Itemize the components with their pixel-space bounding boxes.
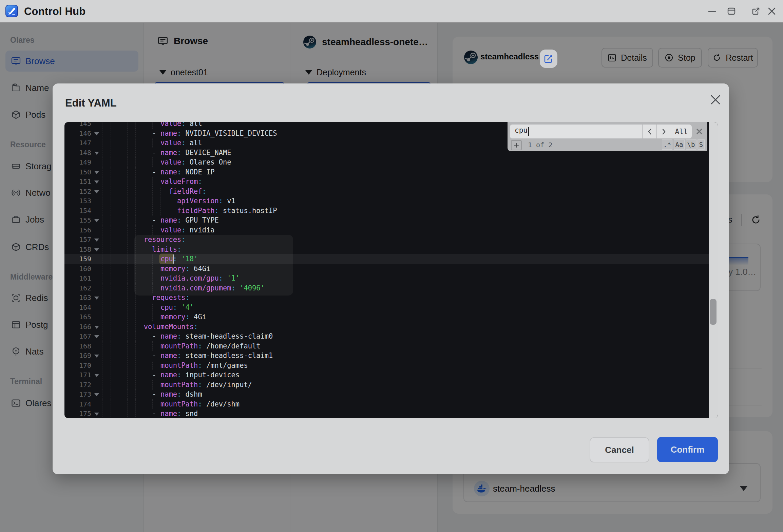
fold-arrow-icon[interactable]: [91, 177, 102, 187]
close-window-button[interactable]: [767, 7, 776, 16]
fold-arrow-icon[interactable]: [91, 293, 102, 303]
code-text: - name: steam-headless-claim0: [102, 331, 273, 341]
editor-line-154[interactable]: 154 fieldPath: status.hostIP: [64, 206, 709, 216]
line-number: 173: [64, 390, 91, 399]
editor-scrollbar-track[interactable]: [709, 122, 718, 418]
editor-line-160[interactable]: 160 memory: 64Gi: [64, 264, 709, 274]
editor-line-151[interactable]: 151 valueFrom:: [64, 177, 709, 187]
editor-line-156[interactable]: 156 value: nvidia: [64, 225, 709, 235]
fold-arrow-icon[interactable]: [91, 390, 102, 399]
find-selection-toggle[interactable]: S: [698, 139, 705, 150]
editor-line-149[interactable]: 149 value: Olares One: [64, 157, 709, 167]
code-text: fieldRef:: [102, 187, 206, 196]
editor-line-159[interactable]: 159 cpu: '18': [64, 254, 709, 264]
line-number: 166: [64, 322, 91, 332]
find-input-caret: [528, 127, 529, 136]
confirm-button[interactable]: Confirm: [657, 437, 718, 462]
line-number: 171: [64, 370, 91, 380]
line-number: 147: [64, 138, 91, 148]
fold-arrow-icon[interactable]: [91, 235, 102, 245]
line-number: 150: [64, 167, 91, 177]
find-next-button[interactable]: [656, 125, 671, 138]
fold-arrow-icon[interactable]: [91, 245, 102, 254]
cancel-button[interactable]: Cancel: [590, 437, 649, 462]
editor-line-164[interactable]: 164 cpu: '4': [64, 303, 709, 312]
find-match-count: 1 of 2: [528, 141, 552, 149]
code-text: nvidia.com/gpumem: '4096': [102, 283, 265, 293]
line-number: 167: [64, 331, 91, 341]
line-number: 162: [64, 283, 91, 293]
editor-line-172[interactable]: 172 mountPath: /dev/input/: [64, 380, 709, 390]
editor-line-162[interactable]: 162 nvidia.com/gpumem: '4096': [64, 283, 709, 293]
code-text: - name: dshm: [102, 390, 202, 399]
line-number: 163: [64, 293, 91, 303]
line-number: 175: [64, 409, 91, 418]
fold-arrow-icon[interactable]: [91, 370, 102, 380]
fold-arrow-icon[interactable]: [91, 167, 102, 177]
find-close-icon[interactable]: [696, 128, 703, 135]
close-icon[interactable]: [709, 94, 722, 106]
editor-line-153[interactable]: 153 apiVersion: v1: [64, 196, 709, 206]
find-word-toggle[interactable]: \b: [686, 139, 696, 150]
code-text: resources:: [102, 235, 186, 245]
code-text: apiVersion: v1: [102, 196, 235, 206]
code-text: mountPath: /dev/shm: [102, 399, 240, 409]
editor-line-174[interactable]: 174 mountPath: /dev/shm: [64, 399, 709, 409]
code-text: value: all: [102, 138, 202, 148]
fold-arrow-icon[interactable]: [91, 129, 102, 138]
fold-gutter: [91, 361, 102, 370]
fold-arrow-icon[interactable]: [91, 148, 102, 158]
find-all-button[interactable]: All: [671, 125, 692, 138]
fold-gutter: [91, 399, 102, 409]
code-text: - name: steam-headless-claim1: [102, 351, 273, 361]
editor-line-167[interactable]: 167 - name: steam-headless-claim0: [64, 331, 709, 341]
line-number: 161: [64, 273, 91, 283]
editor-line-169[interactable]: 169 - name: steam-headless-claim1: [64, 351, 709, 361]
editor-line-152[interactable]: 152 fieldRef:: [64, 187, 709, 196]
line-number: 158: [64, 245, 91, 254]
editor-line-165[interactable]: 165 memory: 4Gi: [64, 312, 709, 322]
find-match-current: cpu: [160, 255, 173, 263]
editor-line-161[interactable]: 161 nvidia.com/gpu: '1': [64, 273, 709, 283]
find-add-button[interactable]: [511, 140, 522, 150]
fold-arrow-icon[interactable]: [91, 215, 102, 225]
yaml-editor[interactable]: 145 value: all146 - name: NVIDIA_VISIBLE…: [64, 122, 718, 418]
fold-arrow-icon[interactable]: [91, 331, 102, 341]
editor-line-170[interactable]: 170 mountPath: /mnt/games: [64, 361, 709, 370]
editor-line-175[interactable]: 175 - name: snd: [64, 409, 709, 418]
editor-line-150[interactable]: 150 - name: NODE_IP: [64, 167, 709, 177]
code-text: cpu: '4': [102, 303, 194, 312]
line-number: 165: [64, 312, 91, 322]
line-number: 146: [64, 129, 91, 138]
control-hub-window: OlaresBrowseNamePodsResourceStoragNetwoJ…: [0, 0, 783, 532]
line-number: 151: [64, 177, 91, 187]
find-previous-button[interactable]: [642, 125, 656, 138]
editor-scrollbar-thumb[interactable]: [710, 299, 717, 325]
fold-arrow-icon[interactable]: [91, 322, 102, 332]
minimize-button[interactable]: [708, 7, 717, 16]
editor-line-171[interactable]: 171 - name: input-devices: [64, 370, 709, 380]
fold-gutter: [91, 157, 102, 167]
find-input[interactable]: cpu: [510, 125, 642, 138]
edit-app-button[interactable]: [540, 50, 557, 68]
fold-arrow-icon[interactable]: [91, 409, 102, 418]
code-text: cpu: '18': [102, 254, 198, 264]
editor-line-173[interactable]: 173 - name: dshm: [64, 390, 709, 399]
fold-arrow-icon[interactable]: [91, 187, 102, 196]
fold-gutter: [91, 380, 102, 390]
fold-arrow-icon[interactable]: [91, 351, 102, 361]
editor-line-163[interactable]: 163 requests:: [64, 293, 709, 303]
editor-line-157[interactable]: 157 resources:: [64, 235, 709, 245]
control-hub-app-icon: [5, 5, 18, 17]
editor-line-166[interactable]: 166 volumeMounts:: [64, 322, 709, 332]
line-number: 172: [64, 380, 91, 390]
maximize-button[interactable]: [727, 7, 736, 16]
editor-line-168[interactable]: 168 mountPath: /home/default: [64, 341, 709, 351]
editor-line-155[interactable]: 155 - name: GPU_TYPE: [64, 215, 709, 225]
find-case-toggle[interactable]: Aa: [674, 139, 685, 150]
code-text: volumeMounts:: [102, 322, 198, 332]
code-text: fieldPath: status.hostIP: [102, 206, 277, 216]
find-regex-toggle[interactable]: .*: [662, 139, 672, 150]
editor-line-158[interactable]: 158 limits:: [64, 245, 709, 254]
open-external-button[interactable]: [751, 7, 760, 16]
